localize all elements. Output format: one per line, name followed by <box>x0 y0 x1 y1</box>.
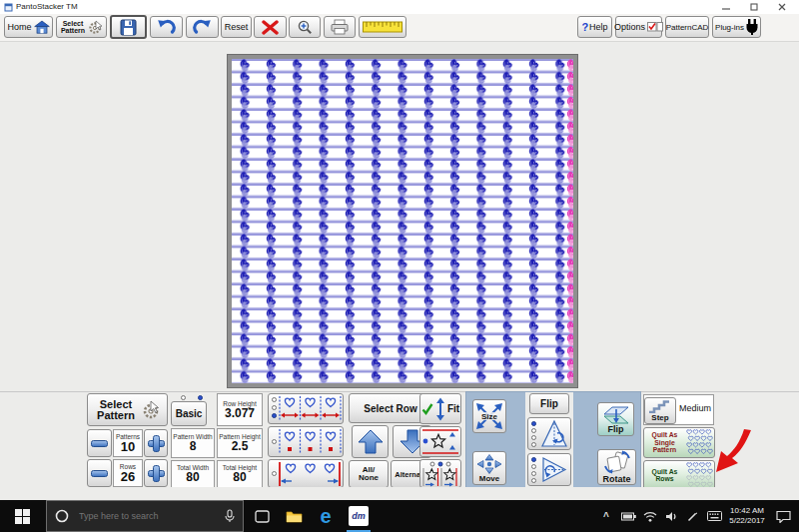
layout-fill-radio[interactable] <box>272 471 277 476</box>
home-label: Home <box>7 22 31 32</box>
all-none-button[interactable]: All/ None <box>349 460 389 488</box>
ink-workspace[interactable] <box>682 500 702 532</box>
select-pattern-button-label: Select Pattern <box>94 399 138 421</box>
plus-icon <box>148 465 165 482</box>
reset-button[interactable]: Reset <box>221 16 252 38</box>
edge-icon: e <box>320 506 331 526</box>
zoom-button[interactable] <box>289 16 321 38</box>
hearts-fixed-icon <box>278 428 342 455</box>
print-button[interactable] <box>324 16 356 38</box>
heart-grid-rows-icon <box>686 462 713 489</box>
window-title: PantoStacker TM <box>16 2 78 11</box>
flip-page-icon <box>601 405 631 424</box>
pattern-height-box: Pattern Height 2.5 <box>217 428 263 458</box>
action-center-button[interactable] <box>769 500 797 532</box>
redo-icon <box>193 19 212 35</box>
flip-h-radio-2[interactable] <box>531 428 536 433</box>
quilt-as-single-pattern-button[interactable]: Quilt As Single Pattern <box>643 427 715 458</box>
fit-button[interactable]: Fit <box>419 393 461 424</box>
star-spacing-icon <box>421 461 459 487</box>
layout-radio-2[interactable] <box>272 405 277 410</box>
clock[interactable]: 10:42 AM 5/22/2017 <box>726 500 768 532</box>
flip-vertical-options-button[interactable] <box>527 453 571 486</box>
microphone-icon[interactable] <box>225 509 235 523</box>
help-button[interactable]: ? Help <box>577 16 612 38</box>
select-pattern-toolbar-button[interactable]: Select Pattern <box>56 16 107 38</box>
battery-status[interactable] <box>617 500 639 532</box>
rows-value: 26 <box>121 470 135 483</box>
move-button[interactable]: Move <box>472 451 506 485</box>
mode-radio-left[interactable] <box>181 395 186 400</box>
flip-v-radio-2[interactable] <box>531 464 536 469</box>
flip-v-radio-3[interactable] <box>531 471 536 476</box>
plugins-button[interactable]: Plug-ins <box>712 16 761 38</box>
start-button[interactable] <box>0 500 44 532</box>
delete-button[interactable] <box>254 16 287 38</box>
step-button[interactable]: Step <box>644 397 676 424</box>
rotate-button[interactable]: Rotate <box>597 449 636 485</box>
pattern-spacing-button[interactable] <box>419 459 461 488</box>
quilt-preview-canvas[interactable] <box>232 59 573 383</box>
battery-icon <box>621 512 636 521</box>
keyboard-icon <box>707 511 722 521</box>
dm-app-button[interactable]: dm <box>344 500 374 532</box>
patterncad-button[interactable]: PatternCAD <box>665 16 709 38</box>
row-height-box: Row Height 3.077 <box>217 393 263 426</box>
clock-date: 5/22/2017 <box>729 516 765 526</box>
layout-radio-1[interactable] <box>272 397 277 402</box>
layout-fixed-button[interactable] <box>268 426 344 457</box>
flip-v-radio-1[interactable] <box>531 457 536 462</box>
row-up-button[interactable] <box>352 425 389 458</box>
touch-keyboard[interactable] <box>703 500 725 532</box>
tray-expand-button[interactable]: ^ <box>597 500 615 532</box>
options-button[interactable]: Options <box>615 16 662 38</box>
flip-vertical-icon <box>540 455 568 484</box>
flip-h-radio-3[interactable] <box>531 435 536 440</box>
file-explorer-button[interactable] <box>280 500 308 532</box>
flip-v-radio-4[interactable] <box>531 478 536 483</box>
flip-h-radio-1[interactable] <box>531 421 536 426</box>
patterns-decrease-button[interactable] <box>87 429 112 457</box>
speaker-icon <box>665 511 678 522</box>
quilt-as-rows-button[interactable]: Quilt As Rows <box>643 460 715 490</box>
patterns-increase-button[interactable] <box>144 429 168 457</box>
layout-fill-button[interactable] <box>268 459 344 488</box>
pattern-width-value: 8 <box>190 440 197 453</box>
select-pattern-label: Select Pattern <box>60 20 86 34</box>
move-arrows-icon <box>476 454 502 474</box>
flip-h-radio-4[interactable] <box>531 442 536 447</box>
edge-browser-button[interactable]: e <box>312 500 340 532</box>
magnifier-icon <box>297 19 313 35</box>
layout-radio-3[interactable] <box>272 413 277 418</box>
task-view-button[interactable] <box>248 500 276 532</box>
fit-label: Fit <box>447 403 459 414</box>
home-icon <box>34 20 50 34</box>
save-button[interactable] <box>110 15 147 39</box>
all-none-label: All/ None <box>358 466 380 482</box>
size-button[interactable]: Size Size <box>472 399 506 433</box>
layout-spread-button[interactable] <box>268 393 344 424</box>
close-button[interactable] <box>769 0 795 14</box>
wifi-status[interactable] <box>640 500 660 532</box>
layout-fixed-radio[interactable] <box>272 439 277 444</box>
volume-status[interactable] <box>661 500 681 532</box>
flip-horizontal-options-button[interactable] <box>527 417 571 450</box>
mode-radio-right[interactable] <box>198 395 203 400</box>
search-input[interactable] <box>77 510 225 522</box>
search-box[interactable] <box>46 500 244 532</box>
select-pattern-button[interactable]: Select Pattern <box>87 393 168 426</box>
rows-increase-button[interactable] <box>144 459 168 487</box>
undo-button[interactable] <box>150 16 183 38</box>
size-label: Size <box>481 412 498 421</box>
pattern-height-value: 2.5 <box>232 440 249 453</box>
basic-button[interactable]: Basic <box>171 401 207 426</box>
ruler-button[interactable] <box>359 16 406 38</box>
restore-button[interactable] <box>741 0 767 14</box>
fit-height-button[interactable] <box>419 426 461 457</box>
home-button[interactable]: Home <box>4 16 53 38</box>
flip-button[interactable]: Flip <box>597 402 634 436</box>
minimize-button[interactable] <box>713 0 739 14</box>
rows-decrease-button[interactable] <box>87 459 112 487</box>
redo-button[interactable] <box>186 16 219 38</box>
plugins-label: Plug-ins <box>715 23 744 32</box>
